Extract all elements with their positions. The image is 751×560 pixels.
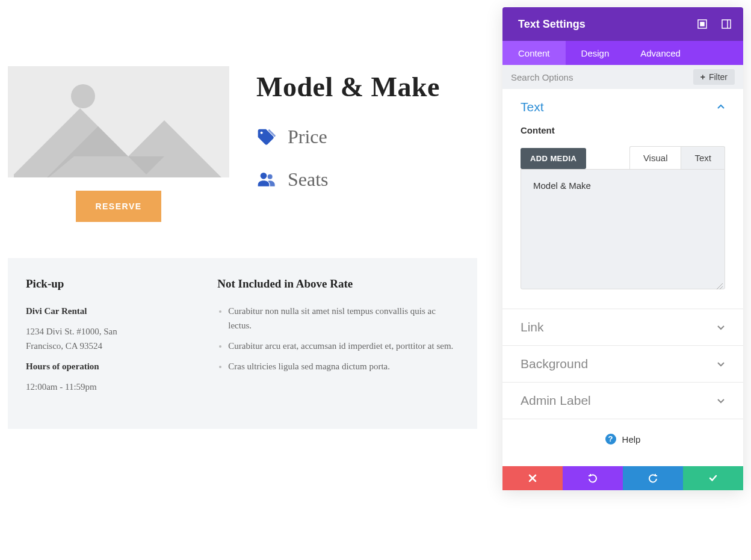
list-item: Curabitur non nulla sit amet nisl tempus…: [228, 304, 459, 333]
preview-left-col: RESERVE: [8, 66, 229, 222]
section-background-title: Background: [521, 357, 588, 371]
info-box: Pick-up Divi Car Rental 1234 Divi St. #1…: [8, 258, 477, 429]
section-text-title: Text: [521, 100, 544, 114]
expand-icon[interactable]: [697, 19, 707, 29]
feature-seats: Seats: [256, 168, 477, 191]
settings-panel: Text Settings Content Design Advanced + …: [502, 7, 743, 490]
svg-rect-6: [700, 22, 704, 26]
section-admin-label-header[interactable]: Admin Label: [502, 383, 743, 419]
section-text-header[interactable]: Text: [502, 89, 743, 125]
list-item: Cras ultricies ligula sed magna dictum p…: [228, 359, 459, 374]
editor-tab-visual[interactable]: Visual: [629, 146, 681, 169]
seats-people-icon: [256, 170, 276, 189]
feature-price: Price: [256, 126, 477, 148]
svg-point-3: [261, 173, 267, 179]
undo-button[interactable]: [563, 466, 623, 490]
price-tag-icon: [256, 128, 276, 147]
chevron-down-icon: [717, 323, 725, 331]
not-included-heading: Not Included in Above Rate: [217, 277, 459, 291]
pickup-address: 1234 Divi St. #1000, San Francisco, CA 9…: [26, 324, 151, 353]
add-media-button[interactable]: ADD MEDIA: [521, 148, 586, 169]
cancel-button[interactable]: [502, 466, 563, 490]
image-placeholder[interactable]: [8, 66, 229, 177]
search-row: + Filter: [502, 65, 743, 89]
help-icon: ?: [605, 434, 616, 445]
list-item: Curabitur arcu erat, accumsan id imperdi…: [228, 339, 459, 353]
tab-design[interactable]: Design: [566, 41, 625, 65]
pickup-company: Divi Car Rental: [26, 304, 151, 318]
seats-label: Seats: [288, 168, 329, 191]
redo-button[interactable]: [623, 466, 683, 490]
svg-point-4: [268, 174, 273, 179]
section-admin-label-title: Admin Label: [521, 393, 591, 408]
model-make-title: Model & Make: [256, 71, 477, 103]
not-included-column: Not Included in Above Rate Curabitur non…: [217, 277, 459, 400]
reserve-button[interactable]: RESERVE: [76, 191, 161, 222]
reserve-wrap: RESERVE: [8, 191, 229, 222]
pickup-heading: Pick-up: [26, 277, 151, 291]
tab-content[interactable]: Content: [502, 41, 566, 65]
filter-button[interactable]: + Filter: [693, 69, 735, 85]
help-row[interactable]: ? Help: [502, 419, 743, 466]
section-link: Link: [502, 309, 743, 346]
search-input[interactable]: [511, 65, 687, 89]
placeholder-mountain-icon: [8, 66, 229, 177]
pickup-column: Pick-up Divi Car Rental 1234 Divi St. #1…: [26, 277, 151, 400]
chevron-up-icon: [717, 103, 725, 111]
filter-label: Filter: [709, 72, 728, 82]
not-included-list: Curabitur non nulla sit amet nisl tempus…: [217, 304, 459, 374]
section-background: Background: [502, 346, 743, 383]
header-icons: [697, 19, 731, 29]
pickup-hours: 12:00am - 11:59pm: [26, 380, 151, 394]
page-preview: RESERVE Model & Make Price Seats Pick-up…: [8, 66, 477, 429]
dock-icon[interactable]: [722, 19, 731, 29]
plus-icon: +: [700, 72, 705, 82]
editor-mode-tabs: Visual Text: [629, 146, 725, 169]
editor-toolbar: ADD MEDIA Visual Text: [521, 146, 725, 169]
editor-tab-text[interactable]: Text: [681, 146, 725, 169]
svg-point-0: [71, 84, 95, 108]
panel-header[interactable]: Text Settings: [502, 7, 743, 41]
check-icon: [708, 473, 718, 483]
section-text-body: Content ADD MEDIA Visual Text: [502, 125, 743, 309]
help-label: Help: [622, 434, 641, 445]
chevron-down-icon: [717, 360, 725, 368]
action-bar: [502, 466, 743, 490]
section-admin-label: Admin Label: [502, 383, 743, 419]
redo-icon: [648, 473, 658, 483]
content-field-label: Content: [521, 125, 725, 135]
section-link-title: Link: [521, 320, 544, 334]
section-link-header[interactable]: Link: [502, 309, 743, 345]
undo-icon: [588, 473, 598, 483]
svg-rect-7: [722, 20, 731, 28]
section-text: Text Content ADD MEDIA Visual Text: [502, 89, 743, 309]
tab-advanced[interactable]: Advanced: [625, 41, 696, 65]
panel-tabs: Content Design Advanced: [502, 41, 743, 65]
svg-marker-1: [14, 108, 229, 177]
price-label: Price: [288, 126, 327, 148]
section-background-header[interactable]: Background: [502, 346, 743, 382]
panel-title: Text Settings: [518, 18, 697, 31]
pickup-hours-label: Hours of operation: [26, 359, 151, 374]
preview-top-row: RESERVE Model & Make Price Seats: [8, 66, 477, 222]
close-icon: [528, 474, 537, 482]
chevron-down-icon: [717, 396, 725, 405]
save-button[interactable]: [683, 466, 743, 490]
content-editor[interactable]: [521, 169, 725, 289]
preview-right-col: Model & Make Price Seats: [256, 66, 477, 222]
